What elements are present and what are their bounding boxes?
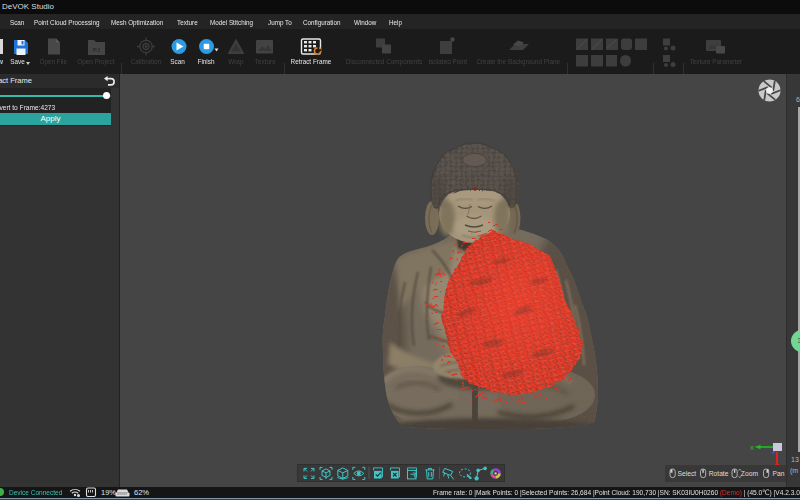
svg-text:PJ: PJ — [93, 47, 100, 53]
svg-text:Pan: Pan — [773, 470, 785, 477]
svg-text:Zoom: Zoom — [741, 470, 758, 477]
svg-text:Select: Select — [677, 470, 696, 477]
svg-text:Rotate: Rotate — [709, 470, 729, 477]
svg-text:X: X — [750, 445, 754, 451]
